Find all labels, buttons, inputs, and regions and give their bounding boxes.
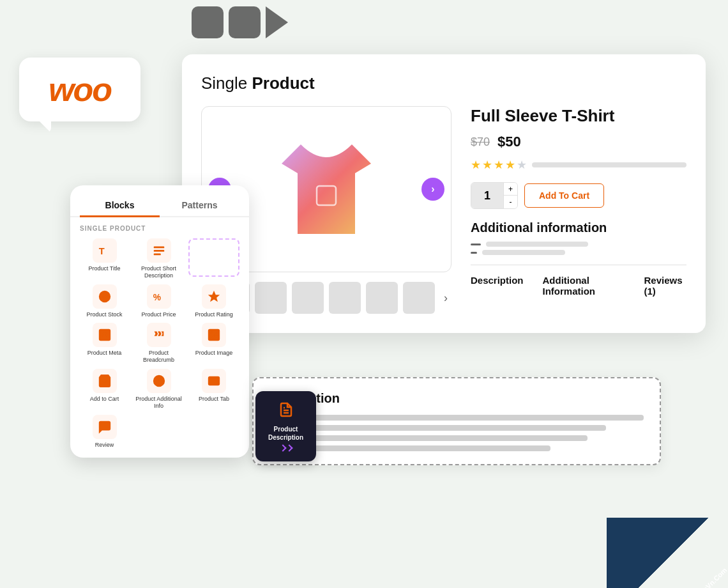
- mobile-icon-product-tab: [202, 369, 226, 393]
- mobile-item-review: Review: [80, 415, 129, 449]
- mobile-item-image: Product Image: [188, 323, 239, 364]
- mobile-item-short-desc: Product Short Description: [134, 238, 183, 279]
- top-icon-box-1: [192, 6, 224, 38]
- description-lines: [269, 415, 644, 451]
- thumb-next-btn[interactable]: ›: [440, 290, 451, 306]
- mobile-icon-short-desc: [147, 238, 171, 263]
- mobile-icon-additional-info: [147, 369, 171, 393]
- mobile-item-rating: Product Rating: [188, 284, 239, 318]
- tab-additional-information[interactable]: Additional Information: [543, 275, 625, 300]
- top-icon-box-2: [229, 6, 261, 38]
- info-bar-2: [482, 250, 565, 255]
- desc-line-2: [269, 425, 606, 431]
- svg-rect-1: [153, 247, 164, 249]
- svg-marker-6: [208, 290, 220, 301]
- info-icon-1: [471, 244, 481, 245]
- top-icon-arrow: [266, 6, 288, 38]
- panel-title-regular: Single: [201, 74, 252, 93]
- star-1: ★: [471, 158, 481, 172]
- mobile-item-label-additional-info: Product Additional Info: [134, 396, 183, 410]
- info-icon-2: [471, 252, 477, 254]
- add-to-cart-button[interactable]: Add To Cart: [524, 183, 604, 208]
- thumbnail-2[interactable]: [255, 282, 287, 314]
- mobile-item-label-price: Product Price: [141, 311, 176, 318]
- thumbnail-5[interactable]: [366, 282, 398, 314]
- stars: ★ ★ ★ ★ ★: [471, 158, 527, 172]
- svg-rect-3: [153, 254, 160, 256]
- mobile-item-product-tab: Product Tab: [188, 369, 239, 410]
- quantity-increment-btn[interactable]: +: [503, 183, 517, 196]
- price-new: $50: [497, 134, 521, 150]
- badge-resize-icon: [280, 445, 292, 451]
- product-name: Full Sleeve T-Shirt: [471, 106, 686, 126]
- mobile-item-cart: Add to Cart: [80, 369, 129, 410]
- description-card-title: Description: [269, 391, 644, 406]
- tab-reviews[interactable]: Reviews (1): [644, 275, 686, 300]
- product-content: ‹: [201, 106, 686, 314]
- product-info: Full Sleeve T-Shirt $70 $50 ★ ★ ★ ★ ★ 1: [471, 106, 686, 314]
- watermark-text-wrapper: XenVn.Com: [694, 564, 728, 588]
- mobile-item-label-image: Product Image: [195, 350, 233, 357]
- woo-logo: woo: [19, 58, 147, 134]
- woo-text: woo: [49, 70, 111, 109]
- product-description-badge: Product Description: [255, 391, 316, 461]
- thumbnail-6[interactable]: [403, 282, 435, 314]
- quantity-control: 1 + -: [471, 182, 518, 209]
- mobile-icon-placeholder: [188, 238, 239, 277]
- svg-text:%: %: [153, 292, 160, 302]
- mobile-item-label-short-desc: Product Short Description: [134, 265, 183, 279]
- svg-point-10: [211, 332, 213, 334]
- carousel-next-btn[interactable]: ›: [421, 178, 444, 201]
- woo-bubble: woo: [19, 58, 140, 121]
- mobile-icon-rating: [202, 284, 226, 309]
- mobile-item-placeholder: [188, 238, 239, 279]
- mobile-item-stock: Product Stock: [80, 284, 129, 318]
- mobile-item-label-product-tab: Product Tab: [199, 396, 229, 403]
- info-bar-1: [486, 242, 588, 247]
- svg-rect-15: [209, 377, 220, 385]
- product-desc-icon: [278, 402, 294, 421]
- mobile-icon-price: %: [147, 284, 171, 309]
- additional-info-section: Additional information: [471, 220, 686, 255]
- info-line-2: [471, 250, 686, 255]
- top-icons: [192, 6, 288, 38]
- mobile-item-label-title: Product Title: [88, 265, 120, 272]
- mobile-item-meta: Product Meta: [80, 323, 129, 364]
- thumbnail-3[interactable]: [292, 282, 324, 314]
- mobile-item-label-stock: Product Stock: [86, 311, 122, 318]
- mobile-icon-meta: [93, 323, 117, 347]
- mobile-items-grid: T Product Title Product Short Descriptio…: [70, 238, 249, 448]
- desc-line-1: [269, 415, 644, 421]
- rating-bar: [532, 162, 686, 167]
- desc-line-3: [269, 435, 588, 441]
- mobile-icon-review: [93, 415, 117, 439]
- quantity-buttons: + -: [503, 183, 517, 208]
- quantity-decrement-btn[interactable]: -: [503, 196, 517, 208]
- panel-title: Single Product: [201, 74, 686, 93]
- star-5: ★: [517, 158, 527, 172]
- price-old: $70: [471, 135, 490, 149]
- info-line-1: [471, 242, 686, 247]
- mobile-tabs: Blocks Patterns: [70, 195, 249, 217]
- mobile-item-label-breadcrumb: Product Breadcrumb: [134, 350, 183, 364]
- product-desc-badge-label: Product Description: [255, 425, 316, 442]
- rating-row: ★ ★ ★ ★ ★: [471, 158, 686, 172]
- mobile-icon-image: [202, 323, 226, 347]
- price-row: $70 $50: [471, 134, 686, 150]
- mobile-item-breadcrumb: Product Breadcrumb: [134, 323, 183, 364]
- mobile-item-price: % Product Price: [134, 284, 183, 318]
- svg-point-8: [103, 334, 107, 337]
- tab-patterns[interactable]: Patterns: [160, 195, 239, 216]
- thumbnail-4[interactable]: [329, 282, 361, 314]
- mobile-icon-title: T: [93, 238, 117, 263]
- panel-title-bold: Product: [252, 74, 315, 93]
- product-panel: Single Product ‹: [182, 54, 706, 333]
- tab-blocks[interactable]: Blocks: [80, 195, 160, 217]
- mobile-item-label-cart: Add to Cart: [90, 396, 119, 403]
- mobile-icon-cart: [93, 369, 117, 393]
- mobile-item-label-meta: Product Meta: [87, 350, 122, 357]
- star-4: ★: [505, 158, 515, 172]
- mobile-item-label-rating: Product Rating: [195, 311, 233, 318]
- tab-description[interactable]: Description: [471, 275, 524, 300]
- mobile-item-additional-info: Product Additional Info: [134, 369, 183, 410]
